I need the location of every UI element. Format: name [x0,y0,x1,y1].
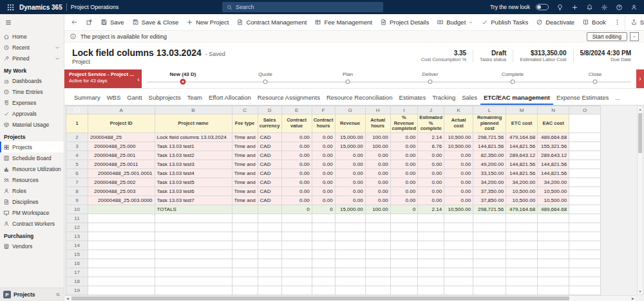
waffle-icon[interactable] [5,2,15,12]
deactivate-button[interactable]: Deactivate [532,15,578,30]
scroll-down-icon[interactable]: ▼ [638,288,643,295]
cell-total-contract-value[interactable]: 0 [281,205,312,214]
grid-cell-blank[interactable] [335,214,365,223]
grid-cell-blank[interactable] [390,268,418,277]
hamburger-menu-icon[interactable] [0,14,64,31]
project-details-button[interactable]: Project Details [376,15,433,30]
cell-remaining-planned-cost[interactable]: 144,821.56 [473,141,506,150]
cell-sales-currency[interactable]: CAD [258,187,281,196]
cell-actual-cost[interactable]: 0.00 [444,169,473,178]
tab-subprojects[interactable]: Subprojects [146,94,184,105]
grid-cell-blank[interactable] [155,214,232,223]
fee-management-button[interactable]: Fee Management [310,15,375,30]
cell-project-name[interactable]: Task 13.03 test1 [155,141,232,150]
grid-cell-blank[interactable] [88,259,155,268]
cell-project-name[interactable]: Task 13.03 test6 [155,187,232,196]
grid-cell-blank[interactable] [569,268,601,277]
field-header-contract-value[interactable]: Contract value [281,114,312,133]
cell-estimated-complete[interactable]: 6.76 [418,141,444,150]
cell-etc-cost[interactable]: 144,821.56 [506,169,538,178]
grid-cell-blank[interactable] [418,286,444,295]
grid-cell-blank[interactable] [418,250,444,259]
cell-revenue-completed[interactable]: 0.00 [390,187,418,196]
cell-sales-currency[interactable]: CAD [258,141,281,150]
cell-total-eac-cost[interactable]: 489,664.68 [538,205,569,214]
cell-contract-hours[interactable]: 0.00 [312,187,335,196]
cell-etc-cost[interactable]: 144,821.56 [506,160,538,169]
grid-cell-blank[interactable] [418,241,444,250]
cell-contract-value[interactable]: 0.00 [281,187,312,196]
cell-contract-hours[interactable]: 0.00 [312,132,335,141]
grid-cell-blank[interactable] [281,268,312,277]
bpf-stage-badge[interactable]: Project Service - Project ... Active for… [64,69,142,88]
grid-cell-blank[interactable] [444,223,473,232]
grid-cell-blank[interactable] [569,277,601,286]
cell-eac-cost[interactable]: 489,664.68 [538,132,569,141]
sidebar-item-resource-utilization[interactable]: Resource Utilization [0,163,64,174]
grid-cell-blank[interactable] [473,241,506,250]
tab-sales[interactable]: Sales [459,94,480,105]
grid-cell-blank[interactable] [312,214,335,223]
row-number[interactable]: 12 [66,223,88,232]
cell-contract-value[interactable]: 0.00 [281,178,312,187]
cell-project-id[interactable]: 20000488_25.0011 [88,160,155,169]
cell-remaining-planned-cost[interactable]: 33,150.00 [473,169,506,178]
grid-cell-blank[interactable] [390,223,418,232]
cell-contract-hours[interactable]: 0.00 [312,150,335,160]
cell-actual-cost[interactable]: 0.00 [444,196,473,205]
sidebar-item-contract-workers[interactable]: Contract Workers [0,218,64,229]
grid-cell-blank[interactable] [506,241,538,250]
grid-cell-blank[interactable] [88,232,155,241]
bpf-stage-new-43-d[interactable]: New (43 D) [142,69,224,88]
grid-cell-blank[interactable] [258,286,281,295]
cell-contract-hours[interactable]: 0.00 [312,141,335,150]
sidebar-item-disciplines[interactable]: Disciplines [0,196,64,207]
grid-cell-blank[interactable] [232,277,258,286]
grid-cell-blank[interactable] [538,268,569,277]
cell-fee-type[interactable]: Time and [232,160,258,169]
grid-cell-blank[interactable] [390,250,418,259]
grid-cell-blank[interactable] [365,241,390,250]
cell-actual-cost[interactable]: 10,500.00 [444,132,473,141]
sidebar-item-roles[interactable]: Roles [0,185,64,196]
field-header-project-name[interactable]: Project name [155,114,232,133]
grid-cell-blank[interactable] [258,241,281,250]
cell-sales-currency[interactable]: CAD [258,150,281,160]
cell-actual-hours[interactable]: 100.00 [365,141,390,150]
grid-cell-blank[interactable] [88,214,155,223]
sidebar-item-schedule-board[interactable]: Schedule Board [0,152,64,163]
grid-cell-blank[interactable] [365,286,390,295]
grid-cell-blank[interactable] [365,223,390,232]
more-commands-button[interactable] [610,15,625,30]
tab-resource-assignments[interactable]: Resource Assignments [254,94,323,105]
notifications-bell-button[interactable] [584,2,594,12]
grid-cell-blank[interactable] [365,232,390,241]
grid-cell-blank[interactable] [444,259,473,268]
grid-cell-blank[interactable] [473,232,506,241]
row-number[interactable]: 1 [66,114,88,133]
field-header-sales-currency[interactable]: Sales currency [258,114,281,133]
grid-cell-blank[interactable] [365,268,390,277]
column-header-H[interactable]: H [365,106,390,114]
row-number[interactable]: 5 [66,160,88,169]
lightbulb-button[interactable] [554,2,565,12]
cell-project-id[interactable]: 20000488_25.003 [88,187,155,196]
field-header-contract-hours[interactable]: Contract hours [312,114,335,133]
cell-totals-label[interactable]: TOTALS [155,205,232,214]
grid-cell-blank[interactable] [232,259,258,268]
grid-cell-blank[interactable] [506,232,538,241]
grid-cell-blank[interactable] [258,250,281,259]
row-number[interactable]: 4 [66,150,88,160]
cell-project-id[interactable]: 20000488_25.001.0001 [88,169,155,178]
cell-remaining-planned-cost[interactable]: 49,200.00 [473,160,506,169]
sidebar-item-pinned[interactable]: Pinned [0,53,64,64]
cell-revenue-completed[interactable]: 0.00 [390,160,418,169]
grid-cell-blank[interactable] [335,232,365,241]
grid-cell-blank[interactable] [569,250,601,259]
grid-cell-blank[interactable] [418,259,444,268]
grid-cell-blank[interactable] [569,150,601,160]
cell-totals-blank[interactable] [88,205,155,214]
grid-cell-blank[interactable] [281,259,312,268]
sidebar-item-projects[interactable]: Projects [0,141,64,152]
column-header-N[interactable]: N [538,106,569,114]
